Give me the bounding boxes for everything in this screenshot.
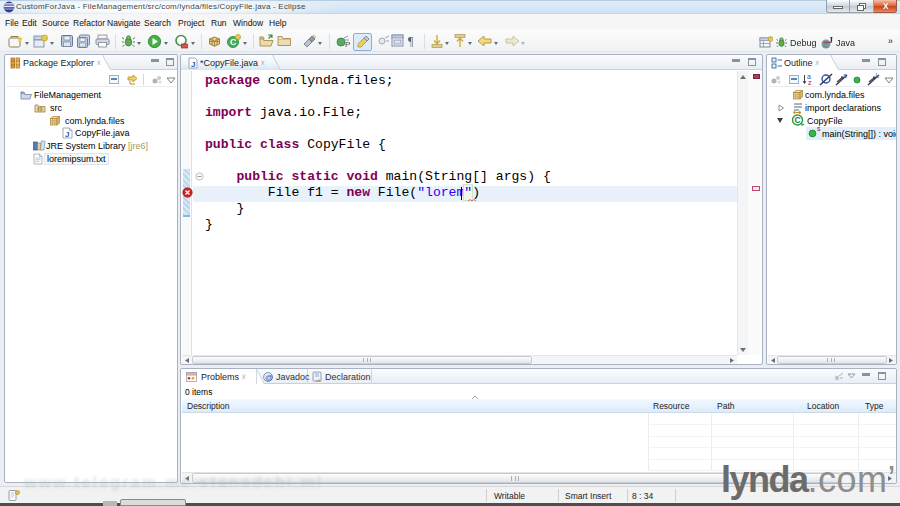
svg-text:¶: ¶ — [408, 34, 414, 47]
svg-text:J: J — [829, 36, 834, 45]
svg-text:J: J — [191, 60, 195, 69]
svg-text:L: L — [876, 73, 880, 79]
svg-text:@: @ — [265, 373, 273, 382]
svg-text:P: P — [345, 40, 350, 49]
svg-text:J: J — [65, 130, 69, 139]
svg-text:C: C — [795, 115, 801, 125]
svg-text:z: z — [808, 79, 812, 86]
